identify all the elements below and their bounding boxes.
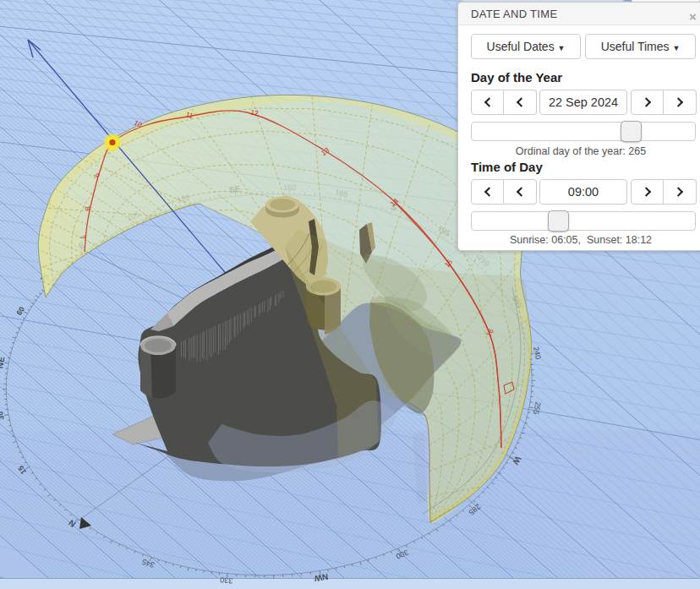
svg-text:330: 330 [220,575,233,585]
svg-text:12: 12 [250,108,260,118]
